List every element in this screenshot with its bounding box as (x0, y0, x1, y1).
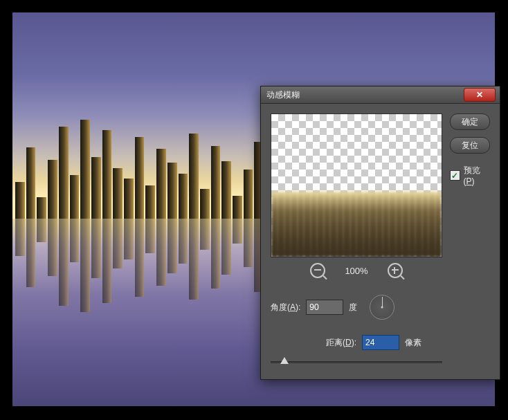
distance-row: 距离(D): 像素 (271, 335, 490, 350)
preview-checkbox[interactable] (450, 170, 460, 181)
angle-label: 角度(A): (271, 302, 300, 313)
ok-label: 确定 (462, 116, 478, 128)
preview-label: 预览(P) (464, 165, 491, 186)
close-icon: ✕ (476, 90, 483, 100)
close-button[interactable]: ✕ (464, 88, 496, 102)
canvas-area: 动感模糊 ✕ 100% 确定 复位 预览(P) (12, 12, 495, 406)
dialog-titlebar[interactable]: 动感模糊 ✕ (261, 86, 500, 104)
preview-checkbox-row[interactable]: 预览(P) (450, 165, 490, 186)
motion-blur-dialog: 动感模糊 ✕ 100% 确定 复位 预览(P) (260, 86, 500, 380)
preview-streaks (271, 189, 442, 257)
zoom-level: 100% (345, 266, 368, 276)
zoom-in-icon[interactable] (388, 263, 403, 278)
angle-unit: 度 (349, 302, 357, 313)
dialog-body: 100% 确定 复位 预览(P) 角度(A): 度 (261, 104, 500, 379)
filter-preview[interactable] (271, 113, 442, 257)
dialog-right-column: 确定 复位 预览(P) (450, 113, 490, 186)
slider-thumb[interactable] (280, 357, 289, 364)
distance-label: 距离(D): (326, 337, 356, 349)
angle-center-dot (381, 307, 383, 309)
ok-button[interactable]: 确定 (450, 113, 490, 130)
angle-dial-icon[interactable] (370, 295, 394, 320)
distance-unit: 像素 (405, 337, 421, 349)
angle-row: 角度(A): 度 (271, 295, 490, 320)
reset-button[interactable]: 复位 (450, 137, 490, 154)
distance-slider[interactable] (271, 357, 442, 367)
dialog-title: 动感模糊 (266, 89, 300, 101)
distance-input[interactable] (362, 335, 399, 350)
zoom-controls: 100% (271, 263, 442, 278)
slider-track (271, 361, 442, 363)
angle-input[interactable] (306, 300, 343, 315)
zoom-out-icon[interactable] (310, 263, 325, 278)
reset-label: 复位 (462, 140, 478, 152)
